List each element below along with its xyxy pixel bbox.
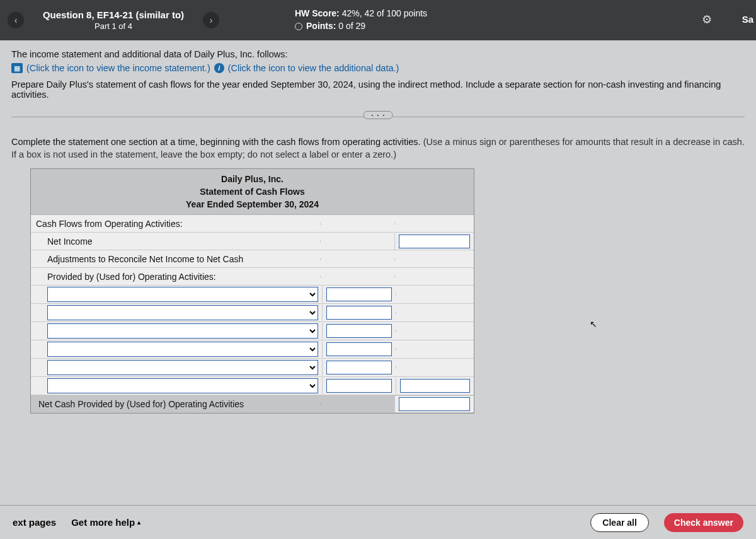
table-icon[interactable]: ▦ [11,63,23,73]
statement-period: Year Ended September 30, 2024 [31,198,474,211]
get-more-help-button[interactable]: Get more help ▴ [71,517,140,528]
table-row [31,359,474,377]
intro-text: The income statement and additional data… [11,49,745,59]
table-row: Cash Flows from Operating Activities: [31,215,474,233]
table-row [31,304,474,322]
cursor-icon: ↖ [590,319,597,329]
adjustment-select-1[interactable] [47,287,318,302]
table-row [31,340,474,359]
adjustment-amount-3[interactable] [326,324,392,338]
content-area: The income statement and additional data… [0,40,756,414]
next-question-button[interactable]: › [203,12,219,28]
adjustment-amount-6[interactable] [326,379,392,393]
statement-title: Statement of Cash Flows [31,185,474,198]
save-button-fragment[interactable]: Sa [737,10,756,28]
section-divider: • • • [11,111,745,122]
data-links-row: ▦ (Click the icon to view the income sta… [11,63,745,73]
adjustment-select-2[interactable] [47,305,318,320]
table-row [31,286,474,304]
caret-up-icon: ▴ [137,519,140,526]
net-income-input[interactable] [399,235,470,248]
worksheet-header: Daily Plus, Inc. Statement of Cash Flows… [31,169,474,215]
info-icon[interactable]: i [214,63,224,73]
adjustment-select-3[interactable] [47,323,318,339]
clear-all-button[interactable]: Clear all [590,513,648,532]
income-statement-link[interactable]: (Click the icon to view the income state… [26,63,210,73]
adjustment-select-5[interactable] [47,360,318,375]
table-row: Provided by (Used for) Operating Activit… [31,268,474,286]
question-title-block: Question 8, EF14-21 (similar to) Part 1 … [32,9,195,31]
step-instruction: Complete the statement one section at a … [11,136,745,161]
net-operating-label: Net Cash Provided by (Used for) Operatin… [31,397,320,412]
task-instruction: Prepare Daily Plus's statement of cash f… [11,79,745,100]
bottom-toolbar: ext pages Get more help ▴ Clear all Chec… [0,505,756,539]
prev-question-button[interactable]: ‹ [8,12,24,28]
adjustments-label-1: Adjustments to Reconcile Net Income to N… [31,252,320,267]
net-operating-input[interactable] [399,397,470,411]
question-header: ‹ Question 8, EF14-21 (similar to) Part … [0,0,756,40]
net-income-label: Net Income [31,234,320,249]
adjustment-select-4[interactable] [47,342,318,357]
adjustment-amount-2[interactable] [326,306,392,320]
table-row: Adjustments to Reconcile Net Income to N… [31,250,474,268]
adjustment-amount-1[interactable] [326,287,392,301]
gear-icon[interactable]: ⚙ [702,13,712,26]
operating-activities-header: Cash Flows from Operating Activities: [31,216,320,231]
adjustment-subtotal[interactable] [400,379,470,393]
points-row: Points: 0 of 29 [295,20,427,33]
adjustment-select-6[interactable] [47,378,318,393]
adjustment-amount-4[interactable] [326,342,392,356]
question-part: Part 1 of 4 [32,21,195,31]
table-row: Net Cash Provided by (Used for) Operatin… [31,395,474,413]
progress-circle-icon [295,23,302,30]
expand-dots-button[interactable]: • • • [364,111,393,119]
company-name: Daily Plus, Inc. [31,173,474,185]
adjustments-label-2: Provided by (Used for) Operating Activit… [31,269,320,284]
ext-pages-button[interactable]: ext pages [13,517,56,528]
additional-data-link[interactable]: (Click the icon to view the additional d… [228,63,399,73]
table-row: Net Income [31,233,474,250]
score-block: HW Score: 42%, 42 of 100 points Points: … [295,8,427,32]
check-answer-button[interactable]: Check answer [664,513,743,532]
table-row [31,377,474,395]
question-title: Question 8, EF14-21 (similar to) [32,9,195,20]
adjustment-amount-5[interactable] [326,361,392,374]
hw-score: HW Score: 42%, 42 of 100 points [295,8,427,20]
table-row [31,322,474,340]
cash-flow-worksheet: Daily Plus, Inc. Statement of Cash Flows… [30,168,474,414]
